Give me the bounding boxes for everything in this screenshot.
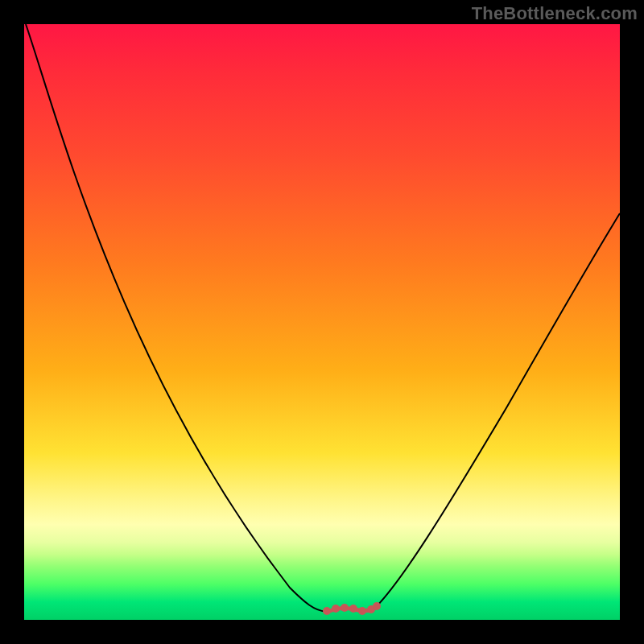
chart-frame: TheBottleneck.com [0,0,644,644]
plot-area [24,24,620,620]
valley-dot [341,604,349,612]
valley-dot [323,607,331,615]
curve-right-branch [376,213,620,607]
valley-dot [373,602,381,610]
valley-dot [332,605,340,613]
watermark-text: TheBottleneck.com [472,3,638,24]
curve-left-branch [26,24,326,612]
valley-dot [349,605,357,613]
bottleneck-curve [24,24,620,620]
valley-dot [358,607,366,615]
